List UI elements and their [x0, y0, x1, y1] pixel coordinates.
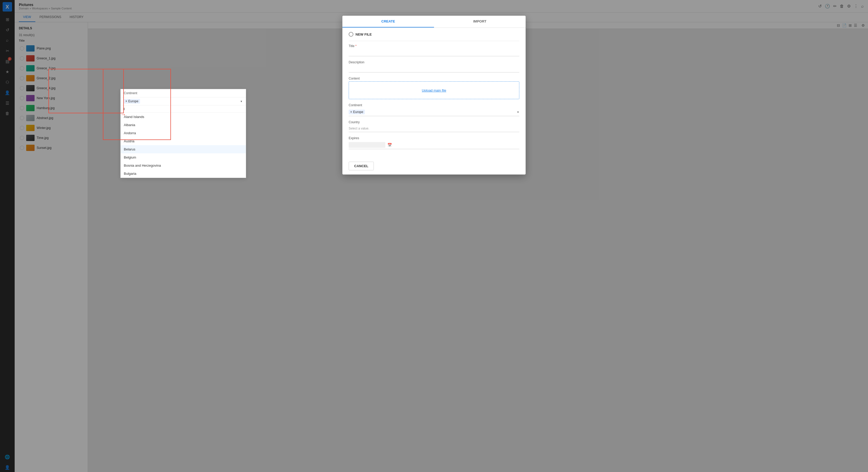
continent-tag-x[interactable]: ×: [350, 110, 352, 114]
modal-backdrop: CREATE IMPORT NEW FILE Title * Descripti…: [0, 0, 868, 472]
description-input[interactable]: [349, 65, 519, 72]
country-placeholder: Select a value.: [349, 127, 369, 130]
dropdown-selected-tag: × Europe: [124, 99, 140, 104]
expires-input[interactable]: [349, 142, 385, 148]
dialog-tab-import[interactable]: IMPORT: [434, 16, 526, 28]
dialog-tab-create[interactable]: CREATE: [342, 16, 434, 28]
content-label: Content: [349, 77, 519, 80]
create-dialog: CREATE IMPORT NEW FILE Title * Descripti…: [342, 16, 526, 175]
dropdown-item-highlighted[interactable]: Belarus: [121, 145, 246, 153]
dialog-body: NEW FILE Title * Description Content Upl…: [342, 28, 526, 158]
upload-link[interactable]: Upload main file: [422, 88, 446, 92]
expires-field: 📅: [349, 141, 519, 149]
dialog-footer: CANCEL: [342, 158, 526, 175]
title-field-group: Title *: [349, 44, 519, 56]
continent-select[interactable]: × Europe ▼: [349, 108, 519, 116]
dropdown-tag-x[interactable]: ×: [125, 99, 127, 103]
description-label: Description: [349, 60, 519, 64]
expires-label: Expires: [349, 136, 519, 140]
dropdown-continent-label: Continent: [124, 91, 137, 95]
content-field-group: Content Upload main file: [349, 77, 519, 99]
title-required: *: [355, 44, 357, 48]
calendar-icon[interactable]: 📅: [388, 143, 392, 147]
new-file-label: NEW FILE: [349, 32, 519, 37]
new-file-icon: [349, 32, 353, 37]
country-field-group: Country Select a value.: [349, 120, 519, 132]
dialog-tabs: CREATE IMPORT: [342, 16, 526, 28]
dropdown-item[interactable]: Austria: [121, 137, 246, 145]
continent-field-group: Continent × Europe ▼: [349, 103, 519, 116]
cancel-button[interactable]: CANCEL: [349, 162, 374, 170]
dropdown-item[interactable]: Bulgaria: [121, 169, 246, 178]
continent-tag-value: Europe: [353, 110, 363, 114]
dropdown-item[interactable]: Albania: [121, 121, 246, 129]
dropdown-item[interactable]: Croatia: [121, 178, 246, 178]
dropdown-search-input[interactable]: [124, 107, 243, 111]
dropdown-search: [121, 105, 246, 113]
title-label: Title *: [349, 44, 519, 48]
dropdown-tag-value: Europe: [128, 99, 138, 103]
country-select[interactable]: Select a value.: [349, 125, 519, 132]
dropdown-item[interactable]: Andorra: [121, 129, 246, 137]
continent-arrow: ▼: [517, 111, 519, 114]
title-input[interactable]: [349, 49, 519, 56]
dropdown-item[interactable]: Belgium: [121, 153, 246, 161]
description-field-group: Description: [349, 60, 519, 72]
dropdown-header: Continent: [121, 89, 246, 97]
continent-tag: × Europe: [349, 109, 365, 114]
content-upload[interactable]: Upload main file: [349, 82, 519, 99]
dropdown-item[interactable]: Bosnia and Herzegovina: [121, 161, 246, 169]
continent-dropdown: Continent × Europe ▼ Aland Islands Alban…: [120, 89, 246, 178]
dropdown-arrow: ▼: [240, 100, 243, 103]
dropdown-item[interactable]: Aland Islands: [121, 113, 246, 121]
country-label: Country: [349, 120, 519, 124]
continent-label: Continent: [349, 103, 519, 107]
expires-field-group: Expires 📅: [349, 136, 519, 149]
